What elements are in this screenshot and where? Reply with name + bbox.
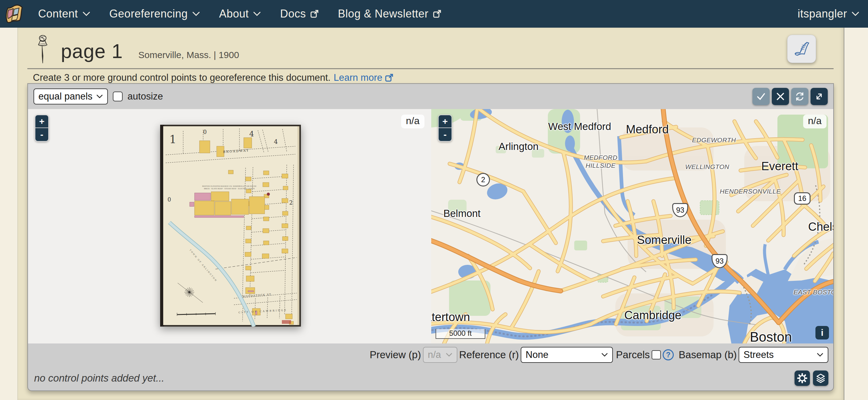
nav-item-content[interactable]: Content — [38, 7, 90, 20]
zoom-out-button[interactable]: - — [439, 128, 452, 141]
fullscreen-button[interactable] — [810, 88, 828, 105]
attribution-info-button[interactable]: i — [815, 326, 829, 339]
page-subtitle: Somerville, Mass. | 1900 — [138, 50, 239, 60]
parcels-help-icon[interactable]: ? — [663, 349, 674, 360]
external-link-icon — [385, 73, 394, 82]
chevron-down-icon — [817, 353, 824, 357]
zoom-in-button[interactable]: + — [35, 115, 48, 128]
learn-more-link[interactable]: Learn more — [334, 72, 394, 83]
allmaps-logo-icon[interactable] — [3, 2, 26, 25]
reference-label: Reference (r) — [459, 349, 519, 361]
reference-value: None — [526, 349, 548, 360]
panel-toolbar: equal panels autosize — [28, 84, 833, 109]
status-buttons — [795, 370, 828, 386]
navbar: Content Georeferencing About Docs Blog &… — [0, 0, 868, 28]
expand-icon — [814, 91, 824, 102]
learn-more-label: Learn more — [334, 72, 382, 83]
layers-icon — [815, 373, 826, 384]
autosize-label: autosize — [128, 91, 163, 102]
svg-text:2: 2 — [289, 199, 292, 206]
zoom-in-button[interactable]: + — [439, 115, 452, 128]
svg-text:0: 0 — [167, 196, 171, 203]
nav-item-label: Blog & Newsletter — [338, 7, 429, 20]
instruction-text: Create 3 or more ground control points t… — [33, 72, 331, 83]
map-scale-bar: 5000 ft — [436, 329, 485, 339]
delete-gcp-button[interactable] — [772, 88, 789, 105]
external-link-icon — [310, 9, 319, 18]
basemap-select[interactable]: Streets — [739, 347, 828, 363]
sanborn-map-image[interactable]: 1 0 4 4 0 2 — [160, 125, 301, 327]
chevron-down-icon — [851, 11, 859, 16]
parcels-checkbox[interactable] — [652, 350, 661, 360]
check-icon — [756, 91, 766, 102]
preview-value: n/a — [428, 349, 441, 360]
panel-layout-select[interactable]: equal panels — [33, 89, 108, 104]
basemap-value: Streets — [744, 349, 774, 360]
map-panels: + - n/a 1 0 4 4 0 — [28, 109, 833, 343]
confirm-gcp-button[interactable] — [752, 88, 770, 105]
zoom-out-button[interactable]: - — [35, 128, 48, 141]
autosize-checkbox[interactable] — [113, 92, 123, 101]
right-zoom-control: + - — [438, 114, 452, 142]
control-points-status: no control points added yet... — [34, 372, 164, 384]
page-container: page 1 Somerville, Mass. | 1900 Create 3… — [18, 28, 844, 400]
svg-text:1: 1 — [169, 133, 177, 145]
settings-button[interactable] — [795, 370, 810, 386]
svg-text:4: 4 — [249, 130, 254, 138]
nav-item-blog-newsletter[interactable]: Blog & Newsletter — [338, 7, 441, 20]
georeferencing-panel: equal panels autosize — [27, 83, 834, 391]
chevron-down-icon — [253, 11, 261, 16]
external-link-icon — [433, 9, 441, 18]
parcels-label: Parcels — [616, 349, 650, 361]
preview-select[interactable]: n/a — [423, 347, 457, 363]
username-label: itspangler — [798, 7, 847, 20]
map-options-bar: Preview (p) n/a Reference (r) None Parce… — [28, 343, 833, 366]
svg-text:0: 0 — [203, 129, 207, 135]
nav-item-label: Docs — [280, 7, 306, 20]
control-points-bar: no control points added yet... — [28, 366, 833, 391]
street-basemap — [431, 109, 833, 343]
nav-item-label: Georeferencing — [110, 7, 188, 20]
basemap-label: Basemap (b) — [679, 349, 737, 361]
document-header: page 1 Somerville, Mass. | 1900 — [18, 28, 844, 68]
refresh-button[interactable] — [791, 88, 808, 105]
chevron-down-icon — [96, 94, 103, 99]
document-map-panel[interactable]: + - n/a 1 0 4 4 0 — [28, 109, 431, 343]
left-zoom-control: + - — [35, 114, 49, 142]
nav-item-label: Content — [38, 7, 78, 20]
refresh-icon — [794, 91, 805, 102]
nav-item-georeferencing[interactable]: Georeferencing — [110, 7, 200, 20]
left-coordinate-readout: n/a — [401, 114, 425, 128]
nav-item-docs[interactable]: Docs — [280, 7, 319, 20]
chevron-down-icon — [601, 353, 608, 357]
page-title: page 1 — [61, 40, 123, 63]
sanborn-map-drawing: 1 0 4 4 0 2 — [160, 125, 301, 327]
pushpin-icon — [35, 34, 51, 65]
chevron-down-icon — [192, 11, 200, 16]
instruction-bar: Create 3 or more ground control points t… — [18, 69, 844, 83]
svg-text:BOSTON ELEVATED RAILWAY CO. SO: BOSTON ELEVATED RAILWAY CO. SOMERVILLE C… — [202, 185, 257, 187]
right-coordinate-readout: n/a — [803, 114, 827, 128]
gear-icon — [797, 373, 808, 384]
panel-action-buttons — [752, 88, 828, 105]
close-icon — [775, 92, 785, 101]
chevron-down-icon — [82, 11, 90, 16]
chevron-down-icon — [446, 353, 453, 357]
layers-button[interactable] — [813, 370, 828, 386]
reference-map-panel[interactable]: West Medford Medford Arlington MEDFORD H… — [431, 109, 833, 343]
book-icon — [792, 40, 811, 58]
svg-text:BRICK · SLATE ROOF · STEAM HEA: BRICK · SLATE ROOF · STEAM HEAT · ELECTR… — [204, 188, 254, 190]
preview-label: Preview (p) — [370, 349, 421, 361]
user-menu[interactable]: itspangler — [798, 7, 859, 20]
nav-item-about[interactable]: About — [219, 7, 261, 20]
svg-text:4: 4 — [274, 138, 278, 145]
reference-select[interactable]: None — [521, 347, 613, 363]
document-atlas-button[interactable] — [787, 35, 816, 63]
nav-item-label: About — [219, 7, 249, 20]
panel-layout-value: equal panels — [38, 91, 93, 102]
